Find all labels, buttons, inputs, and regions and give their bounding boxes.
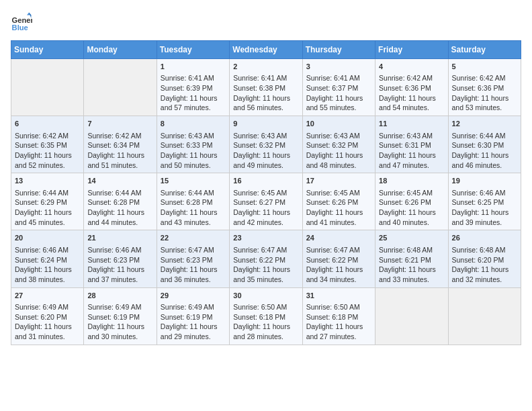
day-info-line: Sunrise: 6:49 AM	[161, 302, 226, 312]
day-info-line: Sunset: 6:22 PM	[306, 255, 371, 265]
svg-text:General: General	[12, 16, 32, 24]
day-info-line: Daylight: 11 hours and 28 minutes.	[233, 322, 298, 341]
day-number: 21	[87, 233, 152, 243]
day-info-line: Sunrise: 6:44 AM	[452, 131, 517, 141]
day-number: 2	[233, 62, 298, 72]
day-info-line: Daylight: 11 hours and 38 minutes.	[15, 265, 80, 284]
day-cell	[11, 59, 84, 116]
day-info-line: Sunrise: 6:46 AM	[87, 245, 152, 255]
day-info-line: Daylight: 11 hours and 36 minutes.	[161, 265, 226, 284]
day-cell	[375, 287, 448, 345]
day-info-line: Sunrise: 6:45 AM	[233, 188, 298, 198]
day-number: 6	[15, 119, 80, 129]
day-number: 8	[161, 119, 226, 129]
header-cell-monday: Monday	[84, 41, 157, 59]
day-info-line: Sunset: 6:27 PM	[233, 197, 298, 208]
day-number: 16	[233, 176, 298, 186]
day-info-line: Daylight: 11 hours and 29 minutes.	[161, 322, 226, 341]
day-cell: 23Sunrise: 6:47 AMSunset: 6:22 PMDayligh…	[230, 230, 302, 287]
day-info-line: Sunrise: 6:46 AM	[15, 245, 80, 255]
day-info-line: Sunset: 6:38 PM	[233, 83, 298, 93]
day-info-line: Sunrise: 6:47 AM	[306, 245, 371, 255]
day-cell: 20Sunrise: 6:46 AMSunset: 6:24 PMDayligh…	[11, 230, 84, 287]
day-info-line: Sunrise: 6:43 AM	[233, 131, 298, 141]
day-cell: 28Sunrise: 6:49 AMSunset: 6:19 PMDayligh…	[84, 287, 157, 345]
day-info-line: Daylight: 11 hours and 31 minutes.	[15, 322, 80, 341]
week-row-5: 27Sunrise: 6:49 AMSunset: 6:20 PMDayligh…	[11, 287, 521, 345]
day-info-line: Sunrise: 6:48 AM	[452, 245, 517, 255]
day-cell: 17Sunrise: 6:45 AMSunset: 6:26 PMDayligh…	[302, 173, 375, 230]
week-row-4: 20Sunrise: 6:46 AMSunset: 6:24 PMDayligh…	[11, 230, 521, 287]
day-cell: 24Sunrise: 6:47 AMSunset: 6:22 PMDayligh…	[302, 230, 375, 287]
day-info-line: Daylight: 11 hours and 53 minutes.	[452, 93, 517, 113]
day-cell: 3Sunrise: 6:41 AMSunset: 6:37 PMDaylight…	[302, 59, 375, 116]
day-info-line: Sunset: 6:24 PM	[15, 255, 80, 265]
day-info-line: Daylight: 11 hours and 33 minutes.	[379, 265, 444, 284]
day-info-line: Daylight: 11 hours and 34 minutes.	[306, 265, 371, 284]
header-cell-sunday: Sunday	[11, 41, 84, 59]
day-cell	[84, 59, 157, 116]
day-info-line: Sunset: 6:20 PM	[452, 255, 517, 265]
day-info-line: Sunset: 6:28 PM	[161, 197, 226, 208]
day-info-line: Daylight: 11 hours and 50 minutes.	[161, 150, 226, 170]
day-cell: 22Sunrise: 6:47 AMSunset: 6:23 PMDayligh…	[157, 230, 229, 287]
day-info-line: Sunrise: 6:49 AM	[87, 302, 152, 312]
day-info-line: Daylight: 11 hours and 30 minutes.	[87, 322, 152, 341]
week-row-1: 1Sunrise: 6:41 AMSunset: 6:39 PMDaylight…	[11, 59, 521, 116]
day-info-line: Sunrise: 6:44 AM	[87, 188, 152, 198]
day-info-line: Sunset: 6:21 PM	[379, 255, 444, 265]
day-number: 15	[161, 176, 226, 186]
day-cell: 8Sunrise: 6:43 AMSunset: 6:33 PMDaylight…	[157, 116, 229, 173]
day-info-line: Sunset: 6:19 PM	[87, 312, 152, 322]
day-number: 12	[452, 119, 517, 129]
day-info-line: Sunset: 6:28 PM	[87, 197, 152, 208]
day-cell: 5Sunrise: 6:42 AMSunset: 6:36 PMDaylight…	[448, 59, 521, 116]
day-info-line: Sunset: 6:35 PM	[15, 140, 80, 150]
day-info-line: Sunset: 6:37 PM	[306, 83, 371, 93]
day-cell: 26Sunrise: 6:48 AMSunset: 6:20 PMDayligh…	[448, 230, 521, 287]
day-number: 11	[379, 119, 444, 129]
day-cell: 31Sunrise: 6:50 AMSunset: 6:18 PMDayligh…	[302, 287, 375, 345]
day-number: 30	[233, 291, 298, 301]
day-number: 3	[306, 62, 371, 72]
day-cell: 21Sunrise: 6:46 AMSunset: 6:23 PMDayligh…	[84, 230, 157, 287]
day-cell: 30Sunrise: 6:50 AMSunset: 6:18 PMDayligh…	[230, 287, 302, 345]
day-number: 1	[161, 62, 226, 72]
page-header: General Blue	[11, 11, 521, 32]
day-cell: 15Sunrise: 6:44 AMSunset: 6:28 PMDayligh…	[157, 173, 229, 230]
day-info-line: Sunset: 6:32 PM	[233, 140, 298, 150]
day-info-line: Sunrise: 6:41 AM	[161, 73, 226, 83]
day-cell: 6Sunrise: 6:42 AMSunset: 6:35 PMDaylight…	[11, 116, 84, 173]
day-number: 22	[161, 233, 226, 243]
day-info-line: Sunrise: 6:48 AM	[379, 245, 444, 255]
day-cell: 7Sunrise: 6:42 AMSunset: 6:34 PMDaylight…	[84, 116, 157, 173]
day-number: 25	[379, 233, 444, 243]
day-cell: 12Sunrise: 6:44 AMSunset: 6:30 PMDayligh…	[448, 116, 521, 173]
day-info-line: Sunrise: 6:41 AM	[233, 73, 298, 83]
calendar-table: SundayMondayTuesdayWednesdayThursdayFrid…	[11, 40, 521, 345]
day-info-line: Sunset: 6:39 PM	[161, 83, 226, 93]
day-info-line: Daylight: 11 hours and 40 minutes.	[379, 208, 444, 227]
header-row: SundayMondayTuesdayWednesdayThursdayFrid…	[11, 41, 521, 59]
day-info-line: Daylight: 11 hours and 51 minutes.	[87, 150, 152, 170]
day-info-line: Sunset: 6:26 PM	[306, 197, 371, 208]
day-info-line: Sunrise: 6:47 AM	[233, 245, 298, 255]
header-cell-tuesday: Tuesday	[157, 41, 229, 59]
day-number: 10	[306, 119, 371, 129]
day-info-line: Sunrise: 6:50 AM	[306, 302, 371, 312]
day-info-line: Sunset: 6:32 PM	[306, 140, 371, 150]
day-number: 26	[452, 233, 517, 243]
day-info-line: Sunrise: 6:43 AM	[161, 131, 226, 141]
day-info-line: Daylight: 11 hours and 54 minutes.	[379, 93, 444, 113]
week-row-3: 13Sunrise: 6:44 AMSunset: 6:29 PMDayligh…	[11, 173, 521, 230]
header-cell-thursday: Thursday	[302, 41, 375, 59]
header-cell-wednesday: Wednesday	[230, 41, 302, 59]
day-info-line: Daylight: 11 hours and 37 minutes.	[87, 265, 152, 284]
day-info-line: Daylight: 11 hours and 57 minutes.	[161, 93, 226, 113]
day-info-line: Daylight: 11 hours and 41 minutes.	[306, 208, 371, 227]
header-cell-friday: Friday	[375, 41, 448, 59]
day-cell: 4Sunrise: 6:42 AMSunset: 6:36 PMDaylight…	[375, 59, 448, 116]
day-info-line: Sunrise: 6:46 AM	[452, 188, 517, 198]
day-cell: 16Sunrise: 6:45 AMSunset: 6:27 PMDayligh…	[230, 173, 302, 230]
day-number: 17	[306, 176, 371, 186]
